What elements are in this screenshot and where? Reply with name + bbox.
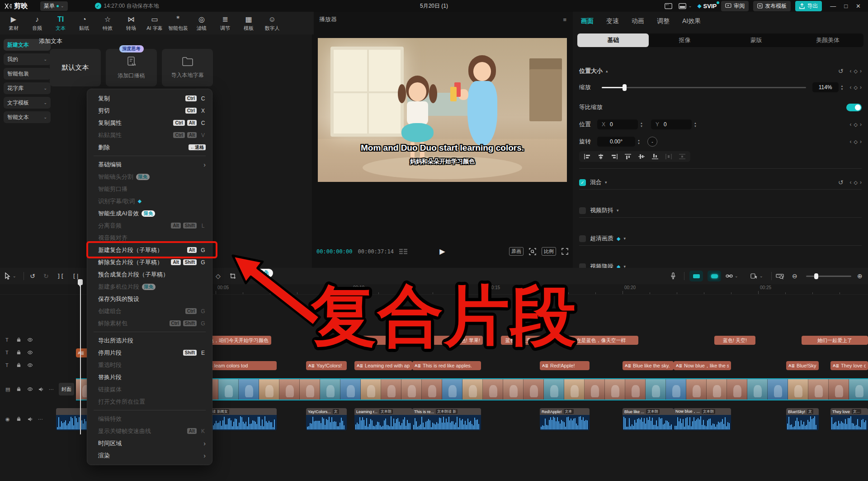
text-clip[interactable]: A≣Leaming red with ap (354, 361, 412, 370)
menu-item-27[interactable]: 时间区域› (87, 437, 212, 449)
menu-item-26[interactable]: 显示关键帧变速曲线AltK (87, 425, 212, 437)
value-stepper[interactable]: ▲▼ (640, 122, 643, 128)
sidebar-item-3[interactable]: 花字库⌄ (4, 82, 51, 94)
tab-4[interactable]: AI效果 (682, 17, 701, 25)
toolbar-item-5[interactable]: ⋈转场 (119, 14, 143, 32)
eye-icon[interactable] (27, 362, 33, 368)
sidebar-item-5[interactable]: 智能文本⌄ (4, 111, 51, 123)
menu-item-1[interactable]: 剪切CtrlX (87, 105, 212, 117)
export-button[interactable]: 导出 (795, 1, 822, 11)
menu-item-7[interactable]: 智能剪口播 (87, 183, 212, 195)
menu-item-13[interactable]: 解除复合片段（子草稿）AltShiftG (87, 256, 212, 268)
chevron-down-icon[interactable]: ▾ (623, 236, 626, 241)
checkbox-2[interactable] (579, 235, 586, 242)
lock-icon[interactable] (16, 386, 21, 391)
close-button[interactable]: ✕ (856, 3, 861, 10)
menu-button[interactable]: 菜单 ⌄ (40, 1, 68, 11)
align-icon-3[interactable] (624, 153, 632, 160)
eye-icon[interactable] (27, 337, 33, 343)
value-stepper[interactable]: ▲▼ (841, 85, 844, 90)
rotate-field[interactable]: 0.00° (597, 137, 635, 147)
value-stepper[interactable]: ▲▼ (694, 122, 697, 128)
maximize-button[interactable]: □ (844, 3, 848, 10)
import-subtitles-card[interactable]: 导入本地字幕 (162, 49, 213, 86)
menu-item-14[interactable]: 预合成复合片段（子草稿） (87, 268, 212, 281)
default-text-card[interactable]: 默认文本 (50, 49, 101, 86)
text-icon[interactable]: T (5, 362, 9, 368)
align-icon-5[interactable] (651, 153, 659, 160)
video-preview[interactable]: Mom and Duo Duo start learning colors. 妈… (318, 38, 567, 182)
text-icon[interactable]: T (5, 350, 9, 355)
subtab-2[interactable]: 蒙版 (721, 33, 792, 47)
workspace-layout-button[interactable]: ⌄ (678, 2, 693, 10)
eye-icon[interactable] (27, 350, 33, 355)
menu-item-12[interactable]: 新建复合片段（子草稿）AltG (87, 244, 212, 256)
audio-clip[interactable]: This is re...文本朗读 新 (412, 408, 481, 430)
fullscreen-icon[interactable] (561, 248, 568, 255)
toolbar-item-11[interactable]: ☺数字人 (260, 14, 284, 32)
menu-item-6[interactable]: 智能镜头分割限免 (87, 171, 212, 183)
subtab-3[interactable]: 美颜美体 (792, 33, 863, 47)
menu-item-24[interactable]: 打开文件所在位置 (87, 395, 212, 408)
review-button[interactable]: 审阅 (721, 1, 749, 11)
menu-item-25[interactable]: 编辑特效 (87, 413, 212, 425)
text-clip[interactable]: A≣Now blue，like the s (674, 361, 731, 370)
keyframe-nav[interactable]: ‹◇› (850, 68, 862, 74)
more-icon[interactable]: ⋯ (49, 386, 54, 392)
align-icon-2[interactable] (611, 153, 618, 160)
lock-icon[interactable] (16, 416, 21, 421)
toolbar-item-0[interactable]: ▶素材 (2, 14, 25, 32)
audio-clip[interactable]: Blue!Sky!文 (786, 408, 819, 430)
menu-item-3[interactable]: 粘贴属性CtrlAltV (87, 129, 212, 141)
lock-icon[interactable] (16, 362, 21, 367)
svip-button[interactable]: ◆ SVIP (697, 3, 717, 10)
menu-item-4[interactable]: 删除←退格 (87, 141, 212, 153)
menu-item-10[interactable]: 分离音频AltShiftL (87, 219, 212, 232)
player-menu-icon[interactable]: ≡ (563, 16, 566, 23)
text-clip[interactable]: A≣Red!Apple! (540, 361, 590, 370)
toolbar-item-6[interactable]: ▭AI 字幕 (143, 14, 166, 32)
text-clip[interactable]: 蓝色 像天空一样 (501, 336, 546, 345)
menu-item-5[interactable]: 基础编辑› (87, 158, 212, 171)
toolbar-item-1[interactable]: ♪音频 (25, 14, 49, 32)
more-icon[interactable]: ⋯ (38, 416, 43, 422)
menu-item-23[interactable]: 链接媒体 (87, 383, 212, 395)
checkbox-0[interactable]: ✓ (579, 179, 586, 186)
cover-button[interactable]: 封面 (59, 383, 74, 395)
menu-item-17[interactable]: 创建组合CtrlG (87, 305, 212, 317)
menu-item-11[interactable]: 视音频对齐 (87, 232, 212, 244)
checkbox-1[interactable] (579, 207, 586, 214)
audio-clip[interactable]: Red!Apple!文本 (540, 408, 590, 430)
preview-zoom-icon[interactable] (529, 248, 536, 255)
toolbar-item-9[interactable]: ≣调节 (213, 14, 237, 32)
scale-slider[interactable] (602, 87, 806, 88)
playhead-line[interactable] (80, 285, 81, 434)
reset-icon[interactable]: ↺ (838, 67, 844, 75)
lock-icon[interactable] (16, 337, 21, 342)
video-icon[interactable]: ▤ (5, 386, 10, 392)
menu-item-19[interactable]: 导出所选片段 (87, 334, 212, 347)
lock-icon[interactable] (16, 350, 21, 355)
text-clip[interactable]: 她们一起爱上了 (802, 336, 868, 345)
tab-0[interactable]: 画面 (581, 17, 594, 25)
eye-icon[interactable] (27, 386, 33, 392)
align-icon-1[interactable] (597, 153, 604, 160)
menu-item-9[interactable]: 智能生成AI音效限免 (87, 207, 212, 219)
minimize-button[interactable]: — (830, 3, 836, 10)
toolbar-item-8[interactable]: ◎滤镜 (190, 14, 213, 32)
rotate-dial[interactable]: - (647, 137, 657, 147)
menu-item-2[interactable]: 复制属性CtrlAltC (87, 117, 212, 129)
audio-clip[interactable]: Leaming r...文本朗 (354, 408, 412, 430)
text-clip[interactable]: A≣They love c (830, 361, 868, 370)
subtab-1[interactable]: 抠像 (649, 33, 720, 47)
menu-item-8[interactable]: 识别字幕/歌词◆ (87, 195, 212, 207)
position-y-field[interactable]: Y0 (651, 119, 692, 129)
speaker-icon[interactable] (38, 386, 44, 392)
speaker-icon[interactable] (27, 416, 33, 422)
record-icon[interactable]: ◉ (5, 416, 10, 422)
text-clip[interactable]: 现在是蓝色，像天空一样 (559, 336, 638, 345)
sidebar-item-1[interactable]: 我的⌄ (4, 53, 51, 65)
text-clip[interactable]: 色! 苹果! (363, 336, 483, 345)
audio-clip[interactable]: Blue like ...文本朗 (623, 408, 674, 430)
tab-3[interactable]: 调整 (657, 17, 670, 25)
